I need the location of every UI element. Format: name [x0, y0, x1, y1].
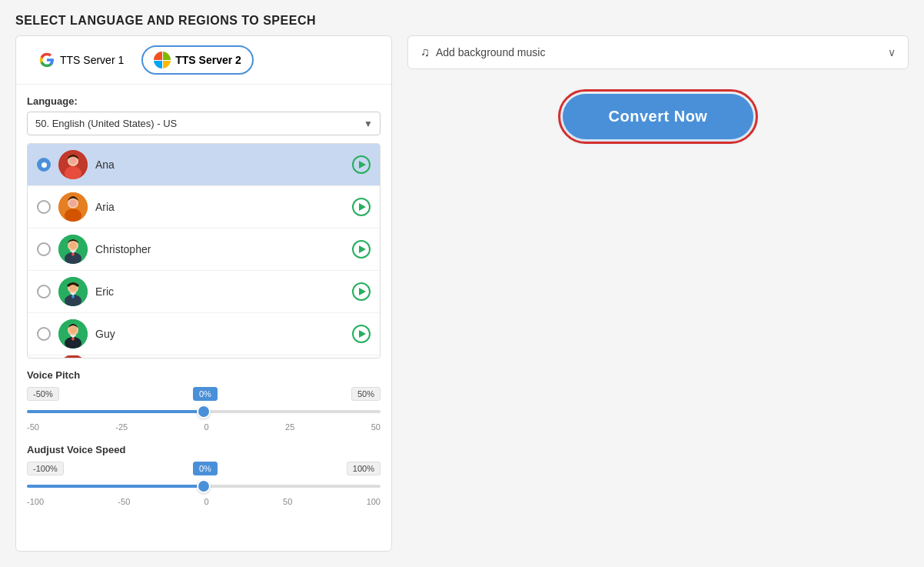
- voice-pitch-thumb[interactable]: [197, 405, 211, 419]
- voice-speed-label-3: 0: [204, 497, 209, 506]
- bg-music-label: Add background music: [436, 46, 545, 58]
- voice-radio-christopher[interactable]: [37, 242, 51, 256]
- play-button-ana[interactable]: [352, 155, 371, 174]
- voice-pitch-track-wrapper: [27, 404, 381, 419]
- server-tabs: TTS Server 1 TTS Server 2: [16, 36, 391, 85]
- voice-name-aria: Aria: [95, 201, 344, 213]
- language-select-wrapper: 50. English (United States) - US 1. Arab…: [27, 112, 381, 135]
- voice-speed-label-2: -50: [118, 497, 130, 506]
- voice-speed-track-wrapper: [27, 479, 381, 494]
- voice-pitch-label-4: 25: [285, 422, 294, 432]
- voice-pitch-label-2: -25: [115, 422, 128, 432]
- play-button-guy[interactable]: [352, 325, 371, 343]
- voice-speed-labels: -100 -50 0 50 100: [27, 497, 381, 506]
- ms-icon: [154, 52, 171, 68]
- voice-pitch-group: Voice Pitch -50% 0% 50% -50 -25 0 25: [27, 369, 381, 432]
- voice-pitch-label-5: 50: [371, 422, 381, 432]
- svg-point-25: [69, 326, 77, 334]
- voice-radio-ana[interactable]: [37, 158, 51, 172]
- voice-name-ana: Ana: [95, 158, 344, 171]
- play-button-christopher[interactable]: [352, 240, 371, 258]
- voice-item-eric[interactable]: Eric: [28, 271, 380, 313]
- voice-avatar-eric: [58, 277, 88, 306]
- page-title: SELECT LANGUAGE AND REGIONS TO SPEECH: [0, 0, 924, 35]
- voice-item-aria[interactable]: Aria: [28, 186, 380, 228]
- play-button-aria[interactable]: [352, 198, 371, 216]
- language-select[interactable]: 50. English (United States) - US 1. Arab…: [27, 112, 381, 135]
- voice-speed-max-badge: 100%: [347, 462, 381, 475]
- voice-pitch-label-3: 0: [204, 422, 209, 432]
- right-panel: ♫ Add background music ∨ Convert Now: [407, 35, 909, 552]
- voice-name-eric: Eric: [95, 285, 344, 298]
- chevron-down-icon: ∨: [888, 46, 896, 58]
- voice-list[interactable]: Ana Aria: [27, 143, 381, 359]
- svg-point-3: [69, 157, 77, 165]
- voice-speed-track: [27, 485, 381, 488]
- voice-name-guy: Guy: [95, 328, 344, 340]
- voice-speed-label-4: 50: [283, 497, 292, 506]
- voice-pitch-badges: -50% 0% 50%: [27, 387, 381, 401]
- voice-pitch-track: [27, 410, 381, 413]
- voice-item-ana[interactable]: Ana: [28, 144, 380, 186]
- voice-avatar-ana: [58, 150, 88, 179]
- google-icon: [38, 52, 55, 68]
- svg-point-7: [69, 199, 77, 207]
- convert-area: Convert Now: [407, 78, 909, 139]
- voice-speed-group: Audjust Voice Speed -100% 0% 100% -100 -…: [27, 444, 381, 506]
- music-note-icon: ♫: [420, 45, 430, 59]
- server2-label: TTS Server 2: [175, 54, 241, 66]
- voice-item-guy[interactable]: Guy: [28, 313, 380, 355]
- voice-pitch-label-1: -50: [27, 422, 39, 432]
- server-tab-2[interactable]: TTS Server 2: [141, 45, 254, 75]
- voice-speed-current-badge: 0%: [193, 462, 218, 475]
- voice-speed-title: Audjust Voice Speed: [27, 444, 381, 455]
- voice-speed-badges: -100% 0% 100%: [27, 462, 381, 475]
- svg-point-13: [69, 242, 77, 249]
- bg-music-left: ♫ Add background music: [420, 45, 545, 59]
- voice-pitch-max-badge: 50%: [351, 387, 381, 401]
- voice-speed-min-badge: -100%: [27, 462, 64, 475]
- voice-avatar-christopher: [58, 235, 88, 264]
- play-button-eric[interactable]: [352, 282, 371, 301]
- voice-speed-thumb[interactable]: [197, 479, 211, 493]
- voice-avatar-aria: [58, 192, 88, 222]
- server-tab-1[interactable]: TTS Server 1: [27, 46, 135, 74]
- voice-radio-eric[interactable]: [37, 285, 51, 299]
- voice-item-christopher[interactable]: Christopher: [28, 228, 380, 271]
- voice-name-christopher: Christopher: [95, 243, 344, 255]
- background-music-bar[interactable]: ♫ Add background music ∨: [407, 35, 909, 69]
- left-panel: TTS Server 1 TTS Server 2 Language: 50. …: [15, 35, 392, 552]
- voice-pitch-labels: -50 -25 0 25 50: [27, 422, 381, 432]
- voice-speed-label-1: -100: [27, 497, 44, 506]
- convert-now-button[interactable]: Convert Now: [563, 94, 754, 139]
- server1-label: TTS Server 1: [60, 54, 124, 66]
- voice-avatar-guy: [58, 319, 88, 349]
- voice-pitch-min-badge: -50%: [27, 387, 59, 401]
- voice-radio-aria[interactable]: [37, 200, 51, 214]
- language-section: Language: 50. English (United States) - …: [16, 85, 391, 135]
- language-label: Language:: [27, 95, 381, 107]
- main-content: TTS Server 1 TTS Server 2 Language: 50. …: [0, 35, 924, 567]
- voice-speed-label-5: 100: [367, 497, 381, 506]
- voice-pitch-fill: [27, 410, 204, 413]
- voice-pitch-title: Voice Pitch: [27, 369, 381, 381]
- voice-radio-guy[interactable]: [37, 327, 51, 341]
- sliders-section: Voice Pitch -50% 0% 50% -50 -25 0 25: [16, 359, 391, 529]
- voice-speed-fill: [27, 485, 204, 488]
- voice-pitch-current-badge: 0%: [193, 387, 218, 401]
